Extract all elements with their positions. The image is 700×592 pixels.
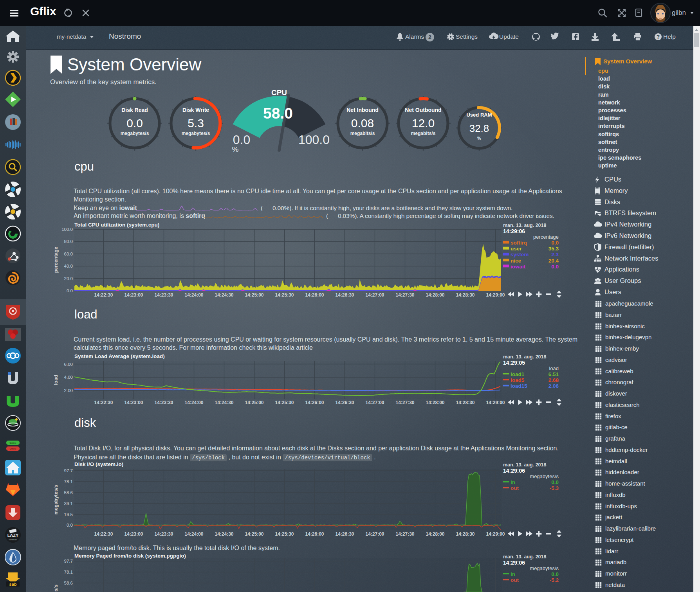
svg-text:Memory Paged from/to disk (sys: Memory Paged from/to disk (system.pgpgio… — [74, 553, 186, 559]
svg-text:0.0: 0.0 — [551, 571, 559, 577]
svg-text:in: in — [511, 571, 515, 577]
svg-text:6.00: 6.00 — [64, 362, 73, 367]
svg-text:35.3: 35.3 — [548, 246, 559, 252]
svg-text:12.0: 12.0 — [412, 117, 435, 130]
svg-text:14:24:30: 14:24:30 — [215, 531, 233, 537]
svg-text:2.06: 2.06 — [548, 383, 559, 389]
svg-text:14:27:00: 14:27:00 — [365, 292, 384, 298]
svg-text:in: in — [511, 479, 515, 485]
svg-text:Offline: Offline — [9, 448, 16, 450]
svg-text:system: system — [511, 252, 529, 257]
svg-text:32.8: 32.8 — [469, 122, 489, 134]
svg-text:load15: load15 — [511, 383, 527, 389]
svg-text:20.4: 20.4 — [548, 258, 559, 264]
svg-text:14:25:30: 14:25:30 — [275, 292, 294, 298]
svg-text:Online: Online — [9, 442, 16, 444]
svg-text:14:26:30: 14:26:30 — [335, 400, 354, 405]
svg-text:load1: load1 — [511, 371, 525, 377]
svg-text:0.0: 0.0 — [126, 117, 143, 130]
svg-text:megabytes/s: megabytes/s — [53, 485, 59, 515]
svg-text:14:29:06: 14:29:06 — [503, 560, 525, 566]
svg-text:14:28:00: 14:28:00 — [426, 531, 444, 537]
svg-text:14:23:30: 14:23:30 — [154, 531, 173, 537]
svg-text:2.00: 2.00 — [64, 388, 73, 393]
svg-text:megabytes/s: megabytes/s — [182, 131, 210, 136]
svg-text:58.0: 58.0 — [263, 105, 293, 122]
svg-text:?: ? — [657, 34, 660, 40]
svg-text:14:23:00: 14:23:00 — [124, 292, 143, 298]
svg-text:megabytes/s: megabytes/s — [121, 131, 149, 136]
svg-text:Disk Read: Disk Read — [121, 107, 148, 113]
svg-text:out: out — [511, 577, 519, 583]
svg-text:78.1: 78.1 — [64, 479, 73, 484]
svg-text:14:24:30: 14:24:30 — [215, 292, 233, 298]
svg-text:14:23:00: 14:23:00 — [124, 400, 143, 405]
svg-text:LAZY: LAZY — [7, 533, 19, 538]
svg-text:Total CPU utilization (system.: Total CPU utilization (system.cpu) — [74, 222, 159, 228]
svg-text:60.0: 60.0 — [64, 252, 73, 256]
svg-text:14:27:00: 14:27:00 — [365, 400, 384, 405]
svg-text:14:29:00: 14:29:00 — [486, 292, 505, 298]
svg-text:14:27:30: 14:27:30 — [395, 531, 414, 537]
svg-text:Net Outbound: Net Outbound — [405, 107, 441, 113]
svg-text:14:29:05: 14:29:05 — [503, 360, 525, 366]
svg-text:percentage: percentage — [533, 234, 559, 240]
svg-text:0.0: 0.0 — [551, 479, 559, 485]
svg-text:14:25:30: 14:25:30 — [275, 400, 294, 405]
svg-text:Disk Write: Disk Write — [182, 107, 209, 113]
svg-text:14:26:30: 14:26:30 — [335, 292, 354, 298]
svg-text:14:23:30: 14:23:30 — [154, 292, 173, 298]
svg-text:100.0: 100.0 — [61, 227, 73, 232]
svg-text:librarian: librarian — [9, 538, 17, 541]
svg-text:out: out — [511, 485, 519, 491]
svg-text:man. 13. aug. 2018: man. 13. aug. 2018 — [503, 554, 547, 560]
svg-text:100.0: 100.0 — [298, 133, 330, 147]
svg-text:80.0: 80.0 — [64, 239, 73, 244]
svg-text:megabits/s: megabits/s — [350, 131, 375, 136]
svg-text:nice: nice — [511, 258, 521, 264]
svg-text:14:22:30: 14:22:30 — [94, 400, 113, 405]
svg-text:14:25:30: 14:25:30 — [275, 531, 294, 537]
svg-text:4.00: 4.00 — [64, 375, 73, 380]
svg-text:14:27:30: 14:27:30 — [395, 292, 414, 298]
svg-text:14:28:30: 14:28:30 — [456, 400, 474, 405]
svg-text:load: load — [549, 365, 559, 371]
svg-text:14:25:00: 14:25:00 — [245, 292, 263, 298]
svg-text:System Load Average (system.lo: System Load Average (system.load) — [74, 353, 165, 359]
svg-text:0.0: 0.0 — [67, 523, 73, 527]
svg-text:14:23:00: 14:23:00 — [124, 531, 143, 537]
svg-text:14:24:00: 14:24:00 — [184, 400, 203, 405]
svg-text:14:29:06: 14:29:06 — [503, 468, 525, 474]
svg-text:14:27:30: 14:27:30 — [395, 400, 414, 405]
svg-text:softirq: softirq — [511, 240, 527, 246]
svg-text:load5: load5 — [511, 377, 525, 383]
svg-text:man. 13. aug. 2018: man. 13. aug. 2018 — [503, 354, 547, 360]
svg-text:0.0: 0.0 — [67, 288, 73, 293]
svg-text:39.1: 39.1 — [64, 501, 73, 506]
svg-text:percentage: percentage — [53, 247, 59, 273]
svg-text:Net Inbound: Net Inbound — [346, 107, 379, 113]
svg-text:78.1: 78.1 — [64, 570, 73, 574]
svg-text:14:28:00: 14:28:00 — [426, 292, 444, 298]
svg-text:14:24:00: 14:24:00 — [184, 531, 203, 537]
svg-text:14:24:30: 14:24:30 — [215, 400, 233, 405]
svg-text:20.0: 20.0 — [64, 276, 73, 281]
svg-text:sab: sab — [9, 582, 17, 587]
svg-text:0.08: 0.08 — [351, 117, 374, 130]
svg-text:14:29:00: 14:29:00 — [486, 531, 505, 537]
svg-text:load: load — [53, 375, 59, 385]
svg-text:2.3: 2.3 — [551, 252, 559, 257]
svg-text:%: % — [232, 145, 239, 153]
svg-text:14:26:00: 14:26:00 — [305, 400, 324, 405]
svg-text:14:26:30: 14:26:30 — [335, 531, 354, 537]
svg-text:5.3: 5.3 — [188, 117, 204, 130]
svg-text:0.0: 0.0 — [233, 133, 250, 147]
svg-text:14:26:00: 14:26:00 — [305, 531, 324, 537]
svg-text:14:28:30: 14:28:30 — [456, 531, 474, 537]
svg-text:megabytes/s: megabytes/s — [530, 473, 559, 479]
svg-text:14:27:00: 14:27:00 — [365, 531, 384, 537]
svg-text:man. 13. aug. 2018: man. 13. aug. 2018 — [503, 462, 547, 468]
svg-text:user: user — [511, 246, 522, 252]
svg-text:Used RAM: Used RAM — [466, 112, 492, 118]
svg-text:megabytes/s: megabytes/s — [53, 585, 59, 592]
